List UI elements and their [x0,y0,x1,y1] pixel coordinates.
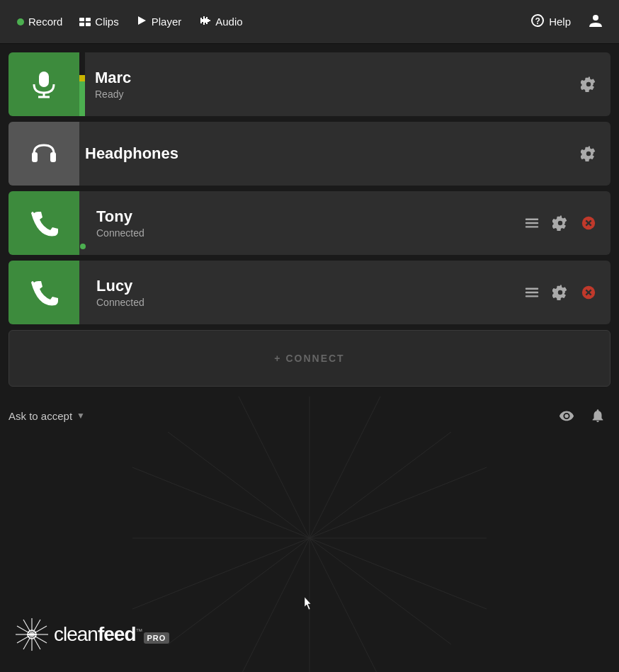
lucy-name: Lucy [96,277,510,295]
svg-rect-16 [39,72,49,87]
tony-name: Tony [96,207,510,226]
lucy-card-body: Lucy Connected [91,268,516,317]
bell-icon [590,408,606,423]
lucy-status: Connected [96,297,510,308]
svg-rect-27 [526,288,538,290]
tony-card: Tony Connected [8,191,611,255]
tony-phone-icon-bg [8,191,79,255]
audio-label: Audio [215,16,242,28]
svg-line-43 [310,467,487,538]
svg-line-46 [239,538,310,672]
player-nav-item[interactable]: Player [127,9,191,34]
logo-area: cleanfeed™ PRO [14,617,169,652]
record-dot-icon [17,18,24,25]
phone-icon-lucy [28,277,59,308]
bottom-right-icons [554,403,611,428]
svg-line-47 [132,538,310,609]
eye-icon [559,408,574,423]
lucy-connection-indicator [79,261,86,324]
svg-rect-21 [526,219,538,220]
logo-tm: ™ [136,627,142,635]
logo-pro-badge: PRO [144,632,170,644]
svg-line-44 [310,538,487,609]
lucy-settings-button[interactable] [550,282,571,303]
lucy-phone-icon-bg [8,261,79,324]
logo-text: cleanfeed™ [54,623,142,646]
player-icon [136,15,147,28]
connect-button[interactable]: + CONNECT [8,330,611,387]
help-circle-icon: ? [530,13,545,30]
bottom-bar: Ask to accept ▼ [0,398,619,433]
connect-label: + CONNECT [274,353,344,364]
chevron-down-icon: ▼ [76,411,85,421]
tony-card-actions [516,212,611,234]
marc-card-actions [572,74,611,95]
marc-level-indicator [79,52,85,116]
svg-rect-1 [86,18,91,21]
help-button[interactable]: ? Help [523,8,578,35]
svg-line-40 [168,432,310,538]
tony-close-button[interactable] [578,212,599,234]
svg-marker-4 [138,16,146,25]
marc-status: Ready [95,89,567,100]
lucy-close-button[interactable] [578,282,599,303]
svg-rect-29 [526,295,538,297]
marc-settings-button[interactable] [578,74,599,95]
headphones-card-actions [572,143,611,164]
svg-rect-3 [86,23,91,26]
svg-rect-22 [526,222,538,224]
svg-rect-28 [526,292,538,293]
svg-rect-19 [32,152,38,162]
lucy-card-actions [516,282,611,303]
notifications-button[interactable] [585,403,611,428]
headphones-card: Headphones [8,122,611,186]
svg-line-38 [168,538,310,644]
ask-to-accept-dropdown[interactable]: Ask to accept ▼ [8,410,85,422]
cleanfeed-sunburst-logo [14,617,50,652]
headphones-icon-bg [8,122,79,186]
svg-rect-2 [79,23,84,26]
headphones-card-body: Headphones [79,136,572,171]
clips-label: Clips [95,16,118,28]
svg-line-48 [132,467,310,538]
svg-line-45 [310,538,380,672]
help-label: Help [549,16,571,28]
marc-card-body: Marc Ready [89,60,572,108]
visibility-button[interactable] [554,403,579,428]
clips-nav-item[interactable]: Clips [71,10,127,33]
svg-point-15 [593,15,598,21]
phone-icon-tony [28,207,59,239]
tony-status: Connected [96,227,510,239]
background-radial-pattern [132,397,487,672]
svg-line-34 [310,432,451,538]
tony-card-body: Tony Connected [91,199,516,247]
main-content: Marc Ready Headphones [0,44,619,398]
headphones-icon [28,138,59,169]
headphones-name: Headphones [85,144,567,163]
logo-text-group: cleanfeed™ PRO [54,623,169,646]
clips-icon [79,16,91,28]
svg-rect-23 [526,226,538,227]
lucy-card: Lucy Connected [8,261,611,324]
player-label: Player [152,16,182,28]
audio-icon [198,15,211,28]
svg-line-36 [310,538,451,644]
record-nav-item[interactable]: Record [8,10,71,33]
tony-connection-indicator [79,191,86,255]
top-navigation: Record Clips Player [0,0,619,44]
mouse-cursor [305,597,313,610]
microphone-icon [28,69,59,100]
marc-mic-icon-bg [8,52,79,116]
nav-right-section: ? Help [523,7,611,36]
svg-rect-20 [50,152,56,162]
headphones-settings-button[interactable] [578,143,599,164]
record-label: Record [28,16,62,28]
tony-settings-button[interactable] [550,212,571,234]
tony-menu-button[interactable] [521,212,543,234]
marc-card: Marc Ready [8,52,611,116]
svg-rect-0 [79,18,84,21]
user-icon [588,13,603,30]
user-account-button[interactable] [581,7,611,36]
audio-nav-item[interactable]: Audio [190,9,251,34]
lucy-menu-button[interactable] [521,282,543,303]
